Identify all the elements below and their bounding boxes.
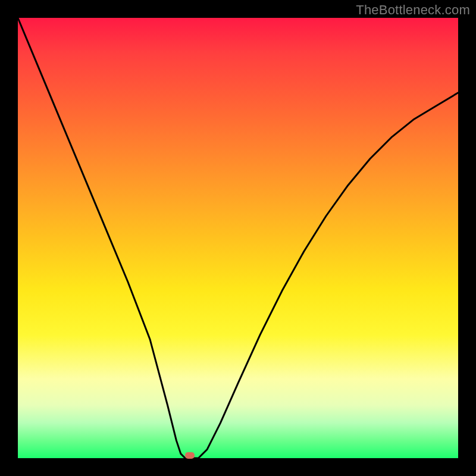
optimum-marker xyxy=(185,452,195,459)
curve-path xyxy=(18,18,458,458)
chart-frame: TheBottleneck.com xyxy=(0,0,476,476)
plot-area xyxy=(18,18,458,458)
bottleneck-curve xyxy=(18,18,458,458)
watermark-text: TheBottleneck.com xyxy=(356,2,470,18)
